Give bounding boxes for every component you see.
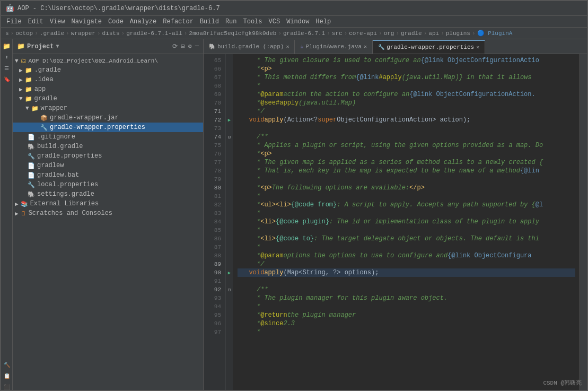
project-dropdown-icon[interactable]: ▼ [56,44,59,49]
project-action-collapse[interactable]: ⊟ [181,42,185,50]
expand-icon: ▶ [19,67,23,74]
breadcrumb-octop[interactable]: octop [15,30,33,37]
gutter-91 [226,277,233,285]
tree-item-wrapper-jar[interactable]: 📦 gradle-wrapper.jar [13,113,203,123]
breadcrumb-org[interactable]: org [384,30,394,37]
project-action-minimize[interactable]: — [195,42,199,50]
menu-tools[interactable]: Tools [240,17,266,27]
sidebar-bookmarks-icon[interactable]: 🔖 [2,75,12,84]
tree-item-gradlew-bat[interactable]: 📄 gradlew.bat [13,170,203,180]
menu-analyze[interactable]: Analyze [127,17,160,27]
tree-item-build-gradle[interactable]: 🐘 build.gradle [13,142,203,151]
sidebar-logcat-icon[interactable]: 📋 [2,371,12,381]
tree-item-gradle-properties[interactable]: 🔧 gradle.properties [13,151,203,161]
gutter-71 [226,107,233,116]
scratch-icon: 🗒 [21,210,27,217]
menu-window[interactable]: Window [283,17,312,27]
menu-file[interactable]: File [3,17,25,27]
gradle-file-icon: 🐘 [28,143,35,150]
menu-run[interactable]: Run [222,17,240,27]
code-line-97: * [238,328,575,336]
line-num-73: 73 [204,124,225,133]
breadcrumb-s[interactable]: s [5,30,9,37]
breadcrumb-hash[interactable]: 2moa8rlfac5eqlcfgk98k0deb [189,30,276,37]
gutter-80 [226,184,233,192]
breadcrumb-api[interactable]: api [428,30,439,37]
gutter-69 [226,90,233,99]
line-num-88: 88 [204,251,225,260]
tree-item-local-properties[interactable]: 🔧 local.properties [13,180,203,189]
folder-icon: 📁 [31,105,39,112]
sidebar-structure-icon[interactable]: ☰ [2,64,12,73]
line-num-70: 70 [204,99,225,107]
tab-gradle-wrapper-properties[interactable]: 🔧 gradle-wrapper.properties ✕ [373,40,485,54]
line-num-80: 80 [204,184,225,192]
settings-gradle-icon: 🐘 [28,191,35,198]
code-line-72: void apply(Action<? super ObjectConfigur… [238,116,575,124]
gutter-74[interactable]: ⊟ [226,133,233,141]
line-num-69: 69 [204,90,225,99]
right-scroll-strip[interactable] [580,54,587,391]
menu-view[interactable]: View [47,17,68,27]
breadcrumb-gradle[interactable]: .gradle [40,30,64,37]
watermark: CSDN @韩曙亮 [543,379,582,387]
menu-build[interactable]: Build [197,17,222,27]
gutter-77 [226,158,233,167]
tab-pluginaware[interactable]: ☕ PluginAware.java ✕ [295,40,373,54]
tab-close-wrapper-properties[interactable]: ✕ [476,44,479,50]
sidebar-commit-icon[interactable]: ⬆ [2,53,12,62]
tree-item-external-libs[interactable]: ▶ 📚 External Libraries [13,199,203,208]
project-action-settings[interactable]: ⚙ [188,42,192,50]
tab-close-pluginaware[interactable]: ✕ [364,44,367,50]
gutter-84 [226,218,233,226]
jar-icon: 📦 [40,115,48,121]
line-num-89: 89 [204,260,225,268]
gutter-67 [226,73,233,82]
breadcrumb-dists[interactable]: dists [102,30,120,37]
code-line-88: * @param options the options to use to c… [238,251,575,260]
line-num-97: 97 [204,328,225,336]
breadcrumb-wrapper[interactable]: wrapper [71,30,95,37]
properties-icon: 🔧 [40,124,48,131]
menu-refactor[interactable]: Refactor [160,17,197,27]
breadcrumb-gradle-version[interactable]: gradle-6.7.1-all [126,30,182,37]
tree-item-app[interactable]: ▶ 📁 app [13,84,203,94]
menu-edit[interactable]: Edit [25,17,47,27]
sidebar-project-icon[interactable]: 📁 [2,41,12,51]
code-line-93: * The plugin manager for this plugin awa… [238,294,575,302]
tree-item-wrapper-properties[interactable]: 🔧 gradle-wrapper.properties [13,123,203,132]
line-num-78: 78 [204,167,225,175]
menu-help[interactable]: Help [312,17,334,27]
breadcrumb-plugins[interactable]: plugins [446,30,470,37]
breadcrumb-plugina[interactable]: 🔵 PluginA [477,30,513,37]
sidebar-terminal-icon[interactable]: ⬛ [2,383,12,391]
tree-item-gradlew[interactable]: 📄 gradlew [13,161,203,170]
breadcrumb-gradle2[interactable]: gradle [401,30,422,37]
tree-item-wrapper[interactable]: ▼ 📁 wrapper [13,103,203,113]
tab-close-build-gradle[interactable]: ✕ [286,44,289,50]
menu-vcs[interactable]: VCS [266,17,284,27]
gutter-92[interactable]: ⊟ [226,285,233,294]
menu-navigate[interactable]: Navigate [68,17,105,27]
gutter-68 [226,82,233,90]
breadcrumb-src[interactable]: src [332,30,343,37]
libs-icon: 📚 [21,201,28,207]
tree-item-dotidea[interactable]: ▶ 📁 .idea [13,75,203,84]
project-action-sync[interactable]: ⟳ [172,42,178,50]
tree-item-aop[interactable]: ▼ 🗂 AOP D:\002_Project\002_Android_Learn… [13,56,203,65]
code-line-71: */ [238,107,575,116]
tab-build-gradle[interactable]: 🐘 build.gradle (:app) ✕ [204,40,295,54]
breadcrumb-gradle671[interactable]: gradle-6.7.1 [283,30,325,37]
tree-item-settings-gradle[interactable]: 🐘 settings.gradle [13,189,203,199]
menu-code[interactable]: Code [105,17,127,27]
tree-item-gradle[interactable]: ▼ 📁 gradle [13,94,203,103]
code-content[interactable]: * The given closure is used to configure… [233,54,580,391]
tree-item-dotgradle[interactable]: ▶ 📁 .gradle [13,65,203,75]
tree-item-scratches[interactable]: ▶ 🗒 Scratches and Consoles [13,208,203,218]
tree-item-gitignore[interactable]: 📄 .gitignore [13,132,203,142]
line-num-96: 96 [204,319,225,328]
gutter-79 [226,175,233,184]
breadcrumb-core-api[interactable]: core-api [349,30,377,37]
gutter-94 [226,302,233,311]
sidebar-build-icon[interactable]: 🔨 [2,360,12,370]
